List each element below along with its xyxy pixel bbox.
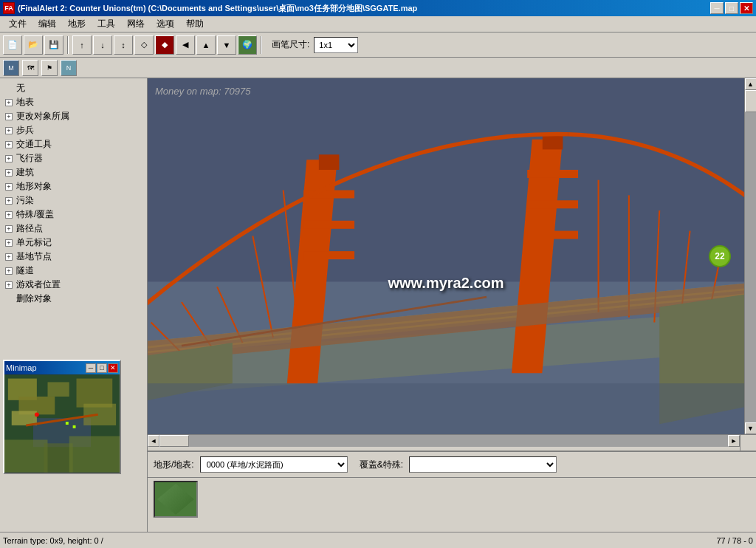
svg-rect-47 [12,411,37,425]
open-button[interactable]: 📂 [24,35,43,55]
sidebar-label-special: 特殊/覆盖 [16,208,54,221]
minimap-window: Minimap ─ □ ✕ [3,360,121,474]
svg-rect-11 [303,221,354,229]
scroll-thumb-horizontal[interactable] [159,435,189,447]
scroll-track-horizontal[interactable] [159,435,728,447]
map-toggle-btn[interactable]: M [3,60,19,76]
brush-size-select[interactable]: 1x1 2x2 3x3 4x4 5x5 [314,37,358,53]
tool-3[interactable]: ↕ [114,35,133,55]
expand-icon-delete [3,293,15,305]
toolbar-main: 📄 📂 💾 ↑ ↓ ↕ ◇ ◆ ◀ ▲ ▼ 🌍 画笔尺寸: 1x1 2x2 3x… [0,32,756,58]
status-right: 77 / 78 - 0 [716,536,753,545]
sidebar-item-waypoints[interactable]: + 路径点 [1,222,145,236]
preview-grass-tile [157,484,194,515]
menu-network[interactable]: 网络 [121,16,151,32]
sidebar-item-infantry[interactable]: + 步兵 [1,123,145,137]
sidebar-item-none[interactable]: 无 [1,81,145,95]
svg-point-52 [35,412,39,417]
tool-1[interactable]: ↑ [72,35,92,55]
sidebar-label-base: 基地节点 [16,250,52,263]
sidebar-item-tunnel[interactable]: + 隧道 [1,264,145,278]
sidebar-item-celltag[interactable]: + 单元标记 [1,236,145,250]
sidebar-label-celltag: 单元标记 [16,236,52,249]
sidebar-item-change-owner[interactable]: + 更改对象所属 [1,109,145,123]
scroll-right-button[interactable]: ► [728,435,740,447]
scrollbar-vertical: ▲ ▼ [744,78,756,434]
sidebar-label-tunnel: 隧道 [16,264,34,277]
minimap-close-button[interactable]: ✕ [108,363,118,373]
sidebar-item-terrain-objects[interactable]: + 地形对象 [1,179,145,193]
overlay-label: 覆盖&特殊: [360,459,403,471]
svg-rect-49 [77,379,113,408]
bottom-panel: 地形/地表: 0000 (草地/水泥路面) 覆盖&特殊: [148,451,756,532]
scroll-thumb-vertical[interactable] [745,90,757,112]
map-viewport[interactable]: Money on map: 70975 www.myra2.com 22 [148,78,744,434]
scrollbar-horizontal: ◄ ► [148,434,740,446]
sidebar-item-base-nodes[interactable]: + 基地节点 [1,250,145,264]
sidebar-item-delete[interactable]: 删除对象 [1,292,145,306]
view-btn-2[interactable]: ⚑ [41,60,58,76]
view-btn-3[interactable]: N [61,60,77,76]
sidebar-item-vehicles[interactable]: + 交通工具 [1,137,145,151]
expand-icon-waypoints: + [3,223,15,235]
svg-rect-48 [48,382,69,397]
tool-6[interactable]: ◀ [176,35,195,55]
toolbar-separator-2 [261,36,262,54]
scroll-up-button[interactable]: ▲ [745,78,757,90]
svg-rect-12 [303,251,354,259]
sidebar-label-owner: 更改对象所属 [16,110,69,123]
terrain-select[interactable]: 0000 (草地/水泥路面) [200,456,348,473]
terrain-preview-row [148,478,756,521]
map-canvas [148,78,744,434]
expand-icon-vehicles: + [3,139,15,151]
menu-edit[interactable]: 编辑 [32,16,62,32]
tool-8[interactable]: ▼ [217,35,236,55]
maximize-button[interactable]: □ [725,2,738,14]
sidebar-item-pollution[interactable]: + 污染 [1,193,145,208]
minimap-restore-button[interactable]: □ [97,363,107,373]
tool-7[interactable]: ▲ [196,35,216,55]
overlay-select[interactable] [409,456,557,473]
menu-terrain[interactable]: 地形 [62,16,92,32]
menu-file[interactable]: 文件 [3,16,32,32]
svg-rect-14 [527,200,578,208]
sidebar-item-terrain[interactable]: + 地表 [1,95,145,109]
map-watermark: Money on map: 70975 [155,86,250,97]
expand-icon-tunnel: + [3,265,15,277]
minimap-minimize-button[interactable]: ─ [86,363,96,373]
scroll-down-button[interactable]: ▼ [745,422,757,434]
tool-2[interactable]: ↓ [93,35,112,55]
sidebar-label-pollution: 污染 [16,194,34,207]
app-icon: FA [3,2,15,14]
svg-rect-13 [527,170,578,178]
tool-4[interactable]: ◇ [134,35,154,55]
sidebar-item-buildings[interactable]: + 建筑 [1,165,145,179]
sidebar-label-terrain-obj: 地形对象 [16,180,52,193]
scroll-track-vertical[interactable] [745,90,757,422]
minimize-button[interactable]: ─ [710,2,724,14]
new-button[interactable]: 📄 [3,35,22,55]
sidebar-item-aircraft[interactable]: + 飞行器 [1,151,145,165]
resize-corner [740,434,756,451]
tool-9[interactable]: 🌍 [238,35,257,55]
tool-5[interactable]: ◆ [155,35,174,55]
menu-bar: 文件 编辑 地形 工具 网络 选项 帮助 [0,16,756,32]
menu-help[interactable]: 帮助 [180,16,210,32]
title-text: (FinalAlert 2: Counter Unions(tm) (C:\Do… [18,3,417,14]
expand-icon-infantry: + [3,125,15,137]
save-button[interactable]: 💾 [44,35,63,55]
expand-icon-owner: + [3,111,15,123]
brush-size-label: 画笔尺寸: [272,38,309,51]
menu-options[interactable]: 选项 [151,16,180,32]
minimap-title: Minimap [6,363,37,372]
sidebar-item-player-location[interactable]: + 游戏者位置 [1,278,145,292]
svg-rect-57 [69,436,120,473]
scroll-left-button[interactable]: ◄ [148,435,159,447]
view-btn-1[interactable]: 🗺 [22,60,38,76]
map-column: Money on map: 70975 www.myra2.com 22 ▲ ▼ [148,78,756,451]
sidebar-item-special-overlay[interactable]: + 特殊/覆盖 [1,208,145,222]
status-left: Terrain type: 0x9, height: 0 / [3,536,103,545]
close-button[interactable]: ✕ [740,2,753,14]
menu-tools[interactable]: 工具 [92,16,121,32]
map-row: Money on map: 70975 www.myra2.com 22 ▲ ▼ [148,78,756,434]
